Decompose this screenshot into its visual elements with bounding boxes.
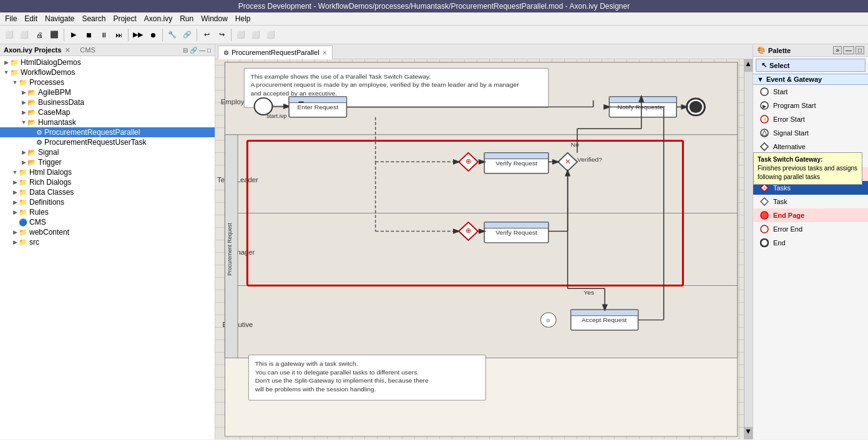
tree-item-rich-dialogs[interactable]: ▶ 📁 Rich Dialogs — [0, 177, 215, 187]
palette-alternative[interactable]: Alternative — [753, 140, 868, 154]
toolbar-btn-1[interactable]: ⬜ — [2, 28, 16, 42]
tree-expand-icon: ▶ — [20, 149, 27, 155]
select-label: Select — [769, 62, 789, 69]
menu-axon[interactable]: Axon.ivy — [144, 14, 172, 23]
menu-project[interactable]: Project — [113, 14, 136, 23]
palette-end-page[interactable]: End Page — [753, 208, 868, 222]
tree-folder-icon: 📁 — [19, 228, 27, 237]
svg-text:This is a gateway with a task : This is a gateway with a task switch. — [255, 360, 358, 367]
menu-run[interactable]: Run — [180, 14, 193, 23]
svg-text:Accept Request: Accept Request — [582, 317, 627, 324]
tree-item-src[interactable]: ▶ 📁 src — [0, 237, 215, 247]
tree-item-rules[interactable]: ▶ 📁 Rules — [0, 207, 215, 217]
toolbar-sep-1 — [64, 29, 64, 41]
tree-item-definitions[interactable]: ▶ 📁 Definitions — [0, 197, 215, 207]
signal-start-icon — [759, 128, 769, 138]
canvas-area[interactable]: Employee Team Leader Manager Executive — [215, 59, 744, 439]
tab-label: ProcurementRequestParallel — [232, 49, 319, 56]
menu-bar: File Edit Navigate Search Project Axon.i… — [0, 12, 868, 26]
toolbar-btn-12[interactable]: 🔗 — [180, 28, 194, 42]
toolbar-btn-8[interactable]: ⏭ — [112, 28, 125, 42]
toolbar: ⬜ ⬜ 🖨 ⬛ ▶ ⏹ ⏸ ⏭ ▶▶ ⏺ 🔧 🔗 ↩ ↪ ⬜ ⬜ ⬜ — [0, 26, 868, 44]
palette-error-start[interactable]: ⚡ Error Start — [753, 112, 868, 126]
toolbar-btn-11[interactable]: 🔧 — [165, 28, 179, 42]
svg-text:▬: ▬ — [298, 99, 303, 104]
palette-start[interactable]: Start — [753, 85, 868, 99]
tree-label: ProcurementRequestParallel — [44, 128, 140, 137]
toolbar-btn-14[interactable]: ↪ — [215, 28, 228, 42]
menu-file[interactable]: File — [5, 14, 17, 23]
palette-program-start[interactable]: ▶ Program Start — [753, 99, 868, 112]
tree-item-procurementrequestparallel[interactable]: ⚙ ProcurementRequestParallel — [0, 127, 215, 137]
minimize-panel-btn[interactable]: — — [199, 47, 205, 54]
palette-maximize-btn[interactable]: □ — [856, 46, 864, 54]
editor-tab-main[interactable]: ⚙ ProcurementRequestParallel ✕ — [218, 46, 333, 59]
panel-header-icons: ⊟ 🔗 — □ — [183, 47, 211, 54]
menu-navigate[interactable]: Navigate — [45, 14, 74, 23]
tree-item-webcontent[interactable]: ▶ 📁 webContent — [0, 227, 215, 237]
toolbar-btn-16[interactable]: ⬜ — [249, 28, 263, 42]
tree-item-humantask[interactable]: ▼ 📂 Humantask — [0, 117, 215, 127]
tooltip-popup: Task Switch Gateway: Finishes previous t… — [753, 152, 862, 185]
toolbar-btn-4[interactable]: ⬛ — [47, 28, 61, 42]
section-label: Event & Gateway — [766, 76, 822, 83]
event-gateway-section[interactable]: ▼ Event & Gateway — [753, 74, 868, 85]
menu-help[interactable]: Help — [235, 14, 251, 23]
palette-end[interactable]: End — [753, 236, 868, 250]
tab-close-btn[interactable]: ✕ — [322, 49, 327, 56]
toolbar-btn-9[interactable]: ▶▶ — [131, 28, 145, 42]
menu-search[interactable]: Search — [82, 14, 105, 23]
palette-collapse-btn[interactable]: » — [833, 46, 842, 54]
toolbar-btn-6[interactable]: ⏹ — [82, 28, 95, 42]
tree-folder-icon: 📁 — [19, 188, 27, 197]
tree-folder-icon: 📂 — [27, 99, 36, 107]
toolbar-sep-5 — [231, 29, 232, 41]
palette-signal-start[interactable]: Signal Start — [753, 126, 868, 140]
scroll-down-btn[interactable]: ▼ — [744, 427, 753, 439]
tree-item-htmldialogdemos[interactable]: ▶ 📁 HtmlDialogDemos — [0, 57, 215, 67]
tree-item-workflowdemos[interactable]: ▼ 📁 WorkflowDemos — [0, 67, 215, 77]
cms-tab[interactable]: CMS — [80, 46, 95, 54]
title-bar: Process Development - WorkflowDemos/proc… — [0, 0, 868, 12]
tree-item-procurementrequestusertask[interactable]: ⚙ ProcurementRequestUserTask — [0, 137, 215, 147]
toolbar-btn-13[interactable]: ↩ — [200, 28, 213, 42]
tree-expand-icon: ▶ — [20, 159, 27, 165]
tree-item-cms[interactable]: 🔵 CMS — [0, 217, 215, 227]
tree-item-data-classes[interactable]: ▶ 📁 Data Classes — [0, 187, 215, 197]
canvas-scrollbar[interactable]: ▲ ▼ — [744, 59, 753, 439]
tree-item-casemap[interactable]: ▶ 📂 CaseMap — [0, 107, 215, 117]
axon-ivy-projects-tab[interactable]: Axon.ivy Projects — [4, 46, 61, 54]
collapse-all-btn[interactable]: ⊟ — [183, 47, 188, 54]
menu-window[interactable]: Window — [201, 14, 228, 23]
select-tool-btn[interactable]: ↖ Select — [756, 59, 866, 72]
toolbar-btn-3[interactable]: 🖨 — [32, 28, 46, 42]
tree-item-signal[interactable]: ▶ 📂 Signal — [0, 147, 215, 157]
link-editor-btn[interactable]: 🔗 — [190, 47, 197, 54]
tree-item-agilebpm[interactable]: ▶ 📂 AgileBPM — [0, 87, 215, 97]
tree-folder-icon: 📁 — [19, 238, 27, 247]
toolbar-btn-10[interactable]: ⏺ — [146, 28, 160, 42]
tree-label: ProcurementRequestUserTask — [44, 138, 146, 147]
palette-minimize-btn[interactable]: — — [843, 46, 854, 54]
tree-item-trigger[interactable]: ▶ 📂 Trigger — [0, 157, 215, 167]
tree-folder-icon: 📂 — [27, 109, 36, 117]
tree-folder-icon: 📁 — [10, 69, 19, 77]
cursor-icon: ↖ — [761, 61, 767, 69]
maximize-panel-btn[interactable]: □ — [207, 47, 211, 54]
menu-edit[interactable]: Edit — [24, 14, 37, 23]
toolbar-btn-5[interactable]: ▶ — [67, 28, 80, 42]
toolbar-btn-2[interactable]: ⬜ — [17, 28, 31, 42]
close-explorer-icon[interactable]: ✕ — [65, 47, 70, 54]
tree-item-businessdata[interactable]: ▶ 📂 BusinessData — [0, 97, 215, 107]
tree-item-html-dialogs[interactable]: ▼ 📁 Html Dialogs — [0, 167, 215, 177]
tree-folder-icon: 📁 — [10, 59, 19, 67]
palette-task[interactable]: Task — [753, 195, 868, 208]
toolbar-btn-7[interactable]: ⏸ — [97, 28, 110, 42]
palette-error-end[interactable]: Error End — [753, 222, 868, 236]
toolbar-btn-17[interactable]: ⬜ — [264, 28, 278, 42]
toolbar-btn-15[interactable]: ⬜ — [234, 28, 248, 42]
svg-rect-7 — [225, 286, 737, 358]
scroll-up-btn[interactable]: ▲ — [744, 59, 753, 72]
tree-item-processes[interactable]: ▼ 📁 Processes — [0, 77, 215, 87]
scroll-track[interactable] — [744, 72, 753, 427]
